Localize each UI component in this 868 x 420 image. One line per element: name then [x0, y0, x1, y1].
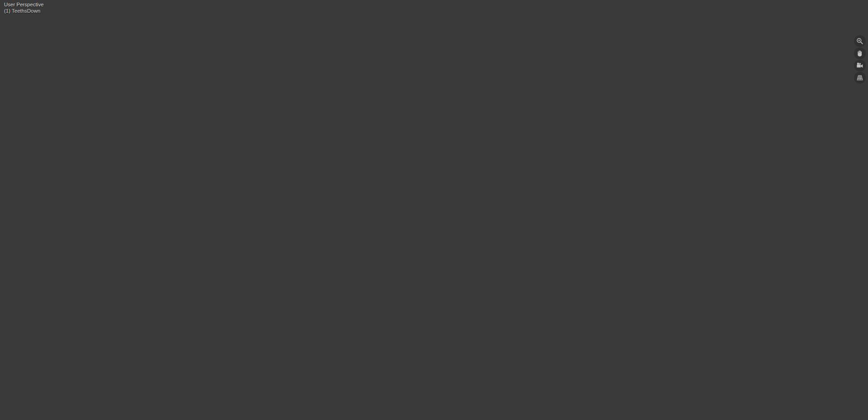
- perspective-tool-button[interactable]: [854, 72, 866, 84]
- viewport-side-toolbar: [854, 35, 866, 84]
- object-name-label: (1) TeethsDown: [4, 8, 44, 14]
- move-view-tool-button[interactable]: [854, 47, 866, 59]
- zoom-tool-button[interactable]: [854, 35, 866, 47]
- camera-view-tool-button[interactable]: [854, 60, 866, 71]
- viewport-canvas[interactable]: [0, 0, 868, 420]
- blender-3d-viewport[interactable]: User Perspective (1) TeethsDown: [0, 0, 868, 420]
- navigation-gizmo[interactable]: [834, 2, 866, 36]
- magnifier-plus-icon: [855, 37, 864, 46]
- viewport-overlay-text: User Perspective (1) TeethsDown: [4, 2, 44, 14]
- view-name-label: User Perspective: [4, 2, 44, 8]
- hand-icon: [855, 49, 864, 58]
- movie-camera-icon: [855, 61, 864, 70]
- grid-perspective-icon: [855, 73, 864, 82]
- viewport-background: [0, 0, 868, 420]
